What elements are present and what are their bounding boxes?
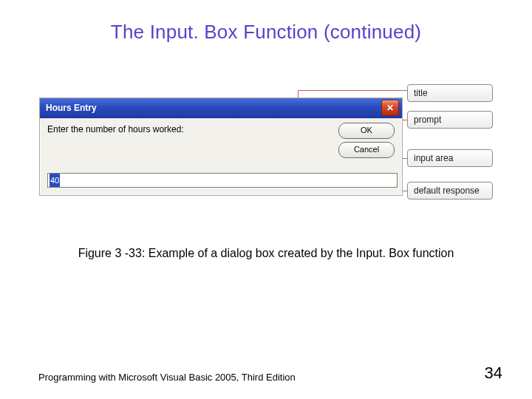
close-icon: ✕: [386, 103, 394, 113]
close-button[interactable]: ✕: [381, 100, 399, 116]
dialog-default-value: 40: [50, 174, 60, 187]
callout-input: input area: [407, 149, 493, 167]
slide-footer: Programming with Microsoft Visual Basic …: [38, 364, 502, 383]
figure: Hours Entry ✕ Enter the number of hours …: [39, 84, 493, 232]
figure-caption: Figure 3 -33: Example of a dialog box cr…: [0, 245, 532, 262]
footer-book: Programming with Microsoft Visual Basic …: [38, 372, 296, 383]
callout-default: default response: [407, 182, 493, 200]
dialog-title: Hours Entry: [43, 103, 381, 113]
cancel-button[interactable]: Cancel: [338, 142, 395, 158]
slide-title: The Input. Box Function (continued): [0, 0, 532, 44]
dialog-text-input[interactable]: 40: [47, 173, 398, 188]
callout-prompt: prompt: [407, 111, 493, 129]
ok-button[interactable]: OK: [338, 123, 395, 139]
dialog-titlebar[interactable]: Hours Entry ✕: [40, 98, 402, 118]
dialog-body: Enter the number of hours worked: OK Can…: [40, 118, 402, 195]
callout-title: title: [407, 84, 493, 102]
footer-page-number: 34: [485, 364, 502, 383]
inputbox-dialog: Hours Entry ✕ Enter the number of hours …: [39, 98, 403, 196]
connector: [298, 90, 413, 91]
